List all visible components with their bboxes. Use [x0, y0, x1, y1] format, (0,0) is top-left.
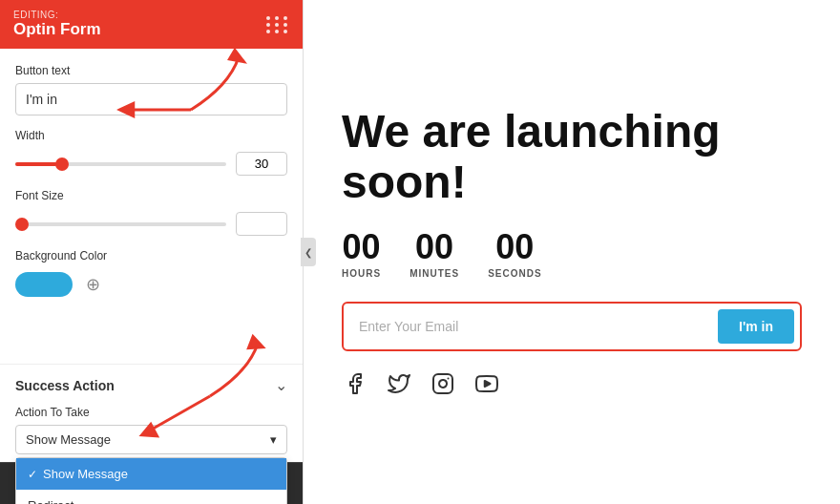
- minutes-value: 00: [415, 230, 453, 264]
- action-dropdown-menu: ✓ Show Message Redirect: [15, 457, 287, 504]
- launch-title: We are launching soon!: [342, 107, 802, 208]
- dropdown-chevron-icon: ▾: [270, 432, 277, 447]
- font-size-label: Font Size: [15, 189, 287, 202]
- social-icons-row: [342, 370, 802, 397]
- seconds-label: SECONDS: [488, 268, 541, 279]
- dropdown-option-redirect-label: Redirect: [28, 498, 74, 504]
- action-to-take-label: Action To Take: [15, 406, 287, 419]
- font-size-slider-track[interactable]: [15, 222, 226, 226]
- twitter-icon[interactable]: [386, 370, 412, 397]
- youtube-icon[interactable]: [473, 370, 500, 397]
- countdown-row: 00 HOURS 00 MINUTES 00 SECONDS: [342, 230, 802, 279]
- countdown-seconds: 00 SECONDS: [488, 230, 541, 279]
- chevron-down-icon: ⌄: [275, 376, 287, 394]
- width-label: Width: [15, 129, 287, 142]
- preview-panel: We are launching soon! 00 HOURS 00 MINUT…: [304, 0, 840, 504]
- checkmark-icon: ✓: [28, 468, 37, 481]
- font-size-value-input[interactable]: [236, 212, 287, 236]
- background-color-swatch[interactable]: [15, 272, 73, 297]
- color-wheel-icon[interactable]: ⊕: [82, 274, 103, 295]
- editing-label: EDITING:: [13, 10, 101, 20]
- email-placeholder[interactable]: Enter Your Email: [359, 319, 718, 334]
- minutes-label: MINUTES: [410, 268, 459, 279]
- preview-content: We are launching soon! 00 HOURS 00 MINUT…: [342, 107, 802, 398]
- width-value-input[interactable]: [236, 152, 287, 176]
- panel-collapse-arrow[interactable]: ❮: [301, 238, 316, 266]
- dropdown-option-show-message[interactable]: ✓ Show Message: [16, 458, 286, 490]
- svg-marker-8: [485, 381, 491, 387]
- success-action-title: Success Action: [15, 378, 115, 393]
- panel-title: Optin Form: [13, 20, 101, 39]
- button-text-input[interactable]: [15, 83, 287, 116]
- facebook-icon[interactable]: [342, 370, 368, 397]
- width-slider-track[interactable]: [15, 162, 226, 166]
- panel-header: EDITING: Optin Form: [0, 0, 303, 49]
- font-size-slider-thumb[interactable]: [15, 218, 29, 231]
- width-slider-thumb[interactable]: [55, 158, 69, 171]
- button-text-label: Button text: [15, 64, 287, 77]
- dropdown-option-show-message-label: Show Message: [43, 467, 128, 481]
- email-form: Enter Your Email I'm in: [342, 302, 802, 351]
- bgcolor-label: Background Color: [15, 249, 287, 262]
- svg-rect-6: [433, 374, 452, 393]
- action-dropdown-selected[interactable]: Show Message ▾: [15, 425, 287, 454]
- countdown-hours: 00 HOURS: [342, 230, 381, 279]
- dots-menu-icon[interactable]: [266, 16, 289, 33]
- seconds-value: 00: [495, 230, 534, 264]
- instagram-icon[interactable]: [430, 370, 456, 397]
- action-dropdown-container: Show Message ▾ ✓ Show Message Redirect: [15, 425, 287, 454]
- action-dropdown-value: Show Message: [26, 432, 111, 447]
- hours-value: 00: [343, 230, 381, 264]
- hours-label: HOURS: [342, 268, 381, 279]
- success-action-section[interactable]: Success Action ⌄: [0, 364, 303, 406]
- submit-button[interactable]: I'm in: [718, 309, 794, 344]
- countdown-minutes: 00 MINUTES: [410, 230, 459, 279]
- dropdown-option-redirect[interactable]: Redirect: [16, 490, 286, 504]
